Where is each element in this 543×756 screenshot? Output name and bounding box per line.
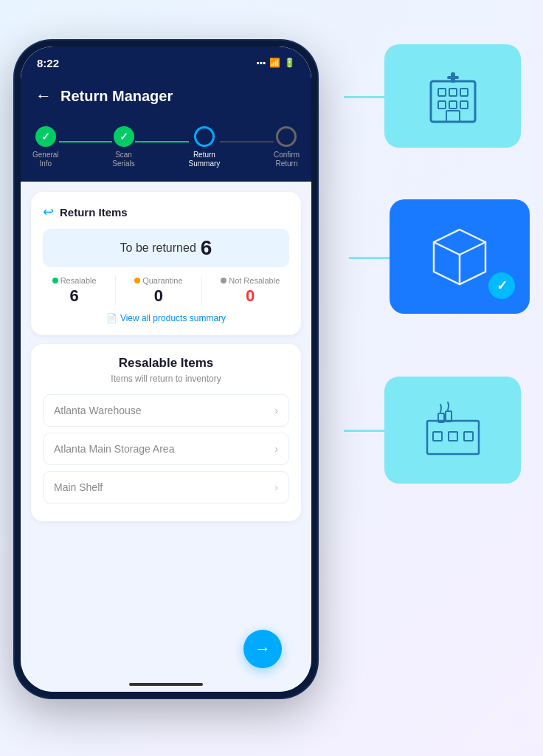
resalable-dot [52, 278, 58, 284]
phone: 8:22 ▪▪▪ 📶 🔋 ← Return Manager ✓ GeneralI… [15, 41, 317, 698]
svg-rect-3 [460, 89, 468, 96]
svg-rect-4 [438, 101, 446, 109]
return-items-title: Return Items [60, 206, 128, 219]
quarantine-dot [134, 278, 140, 284]
step-label-confirm: ConfirmReturn [274, 151, 300, 168]
box-icon [423, 224, 497, 290]
step-scan-serials: ✓ ScanSerials [112, 126, 135, 168]
location-item-1[interactable]: Atlanta Main Storage Area › [43, 433, 289, 465]
factory-icon [420, 399, 486, 461]
step-general-info: ✓ GeneralInfo [32, 126, 59, 168]
stat-not-resalable-label: Not Resalable [221, 276, 280, 285]
phone-screen: 8:22 ▪▪▪ 📶 🔋 ← Return Manager ✓ GeneralI… [21, 47, 311, 692]
fab-arrow-icon: → [255, 639, 271, 659]
home-indicator [129, 683, 203, 686]
step-label-summary: ReturnSummary [189, 151, 221, 168]
step-circle-scan: ✓ [114, 126, 134, 147]
view-summary-link[interactable]: 📄 View all products summary [43, 313, 289, 323]
step-line-3 [220, 141, 274, 142]
step-circle-summary [194, 126, 215, 147]
status-bar: 8:22 ▪▪▪ 📶 🔋 [21, 47, 311, 79]
divider-1 [115, 276, 116, 306]
step-circle-confirm [276, 126, 297, 147]
quarantine-label-text: Quarantine [142, 276, 182, 285]
step-label-scan: ScanSerials [112, 151, 135, 168]
resalable-value: 6 [69, 286, 78, 306]
divider-2 [201, 276, 202, 306]
status-icons: ▪▪▪ 📶 🔋 [256, 58, 295, 68]
location-name-2: Main Shelf [54, 481, 103, 493]
chevron-icon-1: › [274, 443, 278, 455]
hospital-card [384, 44, 521, 148]
hospital-icon [420, 63, 486, 129]
svg-rect-2 [449, 89, 457, 96]
step-label-general: GeneralInfo [32, 151, 59, 168]
return-count: 6 [201, 236, 212, 260]
svg-rect-1 [438, 89, 446, 96]
factory-card [384, 377, 521, 484]
content-area: ↩ Return Items To be returned 6 Resalabl… [21, 182, 311, 692]
return-items-card: ↩ Return Items To be returned 6 Resalabl… [31, 192, 301, 335]
svg-rect-15 [433, 432, 442, 441]
connector-1 [344, 96, 384, 98]
resalable-card-subtitle: Items will return to inventory [43, 374, 289, 384]
stat-quarantine: Quarantine 0 [134, 276, 182, 306]
battery-icon: 🔋 [284, 58, 295, 68]
back-button[interactable]: ← [35, 86, 52, 106]
check-badge: ✓ [488, 272, 515, 299]
return-banner-text: To be returned [120, 241, 196, 255]
location-item-2[interactable]: Main Shelf › [43, 471, 289, 504]
connector-3 [344, 430, 384, 432]
svg-rect-16 [449, 432, 457, 441]
not-resalable-label-text: Not Resalable [229, 276, 280, 285]
app-header: ← Return Manager [21, 79, 311, 117]
page-title: Return Manager [60, 88, 173, 105]
quarantine-value: 0 [154, 286, 163, 306]
location-item-0[interactable]: Atlanta Warehouse › [43, 394, 289, 427]
location-name-0: Atlanta Warehouse [54, 405, 142, 416]
return-items-icon: ↩ [43, 204, 54, 220]
step-line-2 [135, 141, 189, 142]
return-items-header: ↩ Return Items [43, 204, 289, 220]
stat-quarantine-label: Quarantine [134, 276, 182, 285]
svg-line-11 [434, 242, 460, 255]
chevron-icon-2: › [274, 481, 278, 493]
step-confirm-return: ConfirmReturn [274, 126, 300, 168]
svg-rect-14 [427, 421, 479, 454]
connector-2 [349, 257, 390, 259]
wifi-icon: 📶 [269, 58, 280, 68]
status-time: 8:22 [37, 57, 59, 69]
resalable-items-card: Resalable Items Items will return to inv… [31, 344, 301, 521]
resalable-card-title: Resalable Items [43, 356, 289, 371]
step-return-summary: ReturnSummary [189, 126, 221, 168]
stat-resalable-label: Resalable [52, 276, 97, 285]
scene: ✓ 8:22 ▪▪▪ 📶 [0, 0, 543, 756]
svg-rect-17 [464, 432, 473, 441]
svg-rect-5 [449, 101, 457, 109]
stat-not-resalable: Not Resalable 0 [221, 276, 280, 306]
svg-rect-9 [447, 76, 459, 79]
return-banner: To be returned 6 [43, 229, 289, 267]
view-summary-text: View all products summary [120, 313, 226, 323]
not-resalable-dot [221, 278, 226, 284]
stats-row: Resalable 6 Quarantine 0 [43, 276, 289, 306]
doc-icon: 📄 [106, 313, 117, 323]
step-circle-general: ✓ [35, 126, 56, 147]
not-resalable-value: 0 [246, 286, 255, 306]
steps-row: ✓ GeneralInfo ✓ ScanSerials ReturnSummar… [32, 126, 300, 168]
svg-rect-6 [460, 101, 468, 109]
stat-resalable: Resalable 6 [52, 276, 97, 306]
resalable-label-text: Resalable [60, 276, 97, 285]
step-line-1 [59, 141, 113, 142]
location-name-1: Atlanta Main Storage Area [54, 443, 174, 455]
signal-icon: ▪▪▪ [256, 58, 266, 68]
box-card: ✓ [390, 199, 530, 314]
next-button[interactable]: → [243, 630, 282, 668]
chevron-icon-0: › [274, 405, 278, 416]
progress-steps: ✓ GeneralInfo ✓ ScanSerials ReturnSummar… [21, 117, 311, 182]
svg-rect-7 [446, 111, 460, 122]
svg-line-12 [460, 242, 485, 255]
